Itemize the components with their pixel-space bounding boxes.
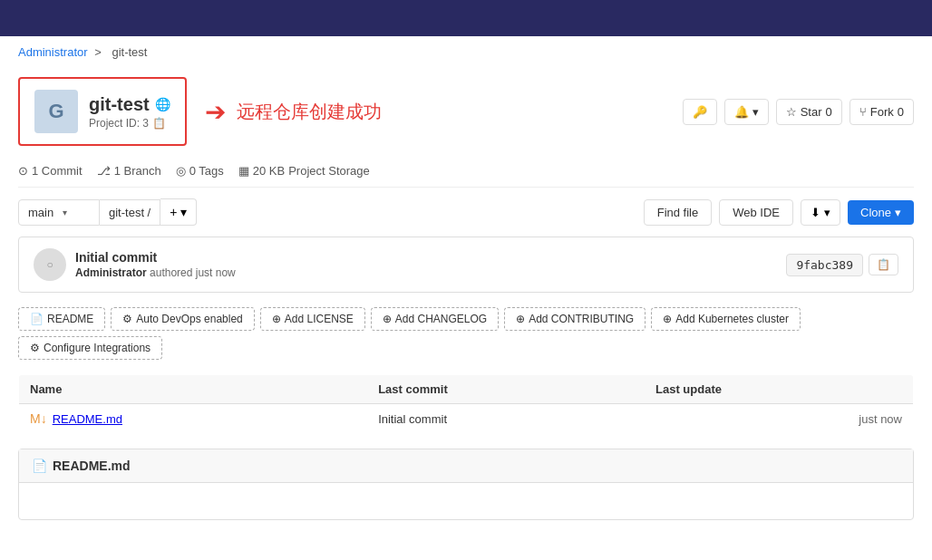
commit-info: ○ Initial commit Administrator authored … [34, 248, 236, 281]
project-id: Project ID: 3 📋 [89, 117, 170, 130]
branch-caret-icon: ▾ [63, 208, 67, 217]
avatar-placeholder: ○ [46, 258, 53, 271]
commits-count: 1 Commit [32, 164, 83, 178]
quick-actions: 📄README⚙Auto DevOps enabled⊕Add LICENSE⊕… [18, 307, 914, 360]
settings-icon: 🔑 [693, 105, 707, 119]
file-link[interactable]: README.md [53, 412, 122, 426]
fork-icon: ⑂ [859, 105, 867, 119]
qa-icon: ⊕ [383, 313, 392, 325]
breadcrumb-admin[interactable]: Administrator [18, 45, 88, 59]
quick-action-button[interactable]: 📄README [18, 307, 105, 331]
qa-icon: 📄 [30, 313, 44, 325]
storage-stat: ▦ 20 KB Project Storage [238, 164, 370, 178]
commit-author-avatar: ○ [34, 248, 66, 281]
bell-icon: 🔔 [734, 105, 749, 119]
bell-caret-icon: ▾ [752, 105, 759, 119]
tags-stat[interactable]: ◎ 0 Tags [176, 164, 224, 178]
readme-section: 📄 README.md [18, 449, 914, 520]
commit-details: Initial commit Administrator authored ju… [75, 250, 236, 279]
storage-icon: ▦ [238, 164, 249, 178]
download-icon: ⬇ [811, 206, 820, 219]
qa-icon: ⊕ [663, 313, 672, 325]
quick-action-button[interactable]: ⊕Add Kubernetes cluster [651, 307, 801, 331]
markdown-icon: M↓ [30, 411, 47, 426]
path-breadcrumb: git-test / [100, 199, 160, 226]
fork-label: Fork [870, 105, 894, 119]
commit-section: ○ Initial commit Administrator authored … [18, 237, 914, 293]
commit-message[interactable]: Initial commit [75, 250, 236, 265]
commit-hash-area: 9fabc389 📋 [786, 254, 898, 276]
files-table-body: M↓ README.md Initial commit just now [19, 404, 914, 434]
star-label: Star [801, 105, 822, 119]
file-last-commit-cell: Initial commit [367, 404, 645, 434]
toolbar: main ▾ git-test / + ▾ Find file Web IDE … [18, 198, 914, 226]
fork-count: 0 [898, 105, 904, 119]
commit-hash-badge[interactable]: 9fabc389 [786, 254, 863, 276]
commit-meta: Administrator authored just now [75, 266, 236, 279]
project-details: git-test 🌐 Project ID: 3 📋 [89, 94, 170, 130]
quick-action-button[interactable]: ⊕Add CHANGELOG [371, 307, 499, 331]
project-info-box: G git-test 🌐 Project ID: 3 📋 [18, 77, 187, 146]
clone-label: Clone [860, 206, 891, 219]
storage-size: 20 KB [253, 164, 285, 178]
qa-label: Add LICENSE [285, 313, 354, 325]
col-last-update: Last update [645, 375, 913, 404]
project-header: G git-test 🌐 Project ID: 3 📋 ➔ 远程仓库创建成功 … [18, 77, 914, 146]
breadcrumb-separator: > [94, 45, 102, 59]
files-table-header: Name Last commit Last update [19, 375, 914, 404]
branch-dropdown[interactable]: main ▾ [18, 199, 100, 226]
qa-icon: ⚙ [122, 313, 132, 325]
download-caret-icon: ▾ [824, 206, 830, 219]
readme-content [19, 483, 913, 519]
readme-header: 📄 README.md [19, 449, 913, 483]
qa-label: Auto DevOps enabled [136, 313, 242, 325]
branches-count: 1 Branch [114, 164, 161, 178]
branch-selector: main ▾ git-test / + ▾ [18, 198, 197, 226]
web-ide-button[interactable]: Web IDE [719, 199, 793, 226]
project-avatar: G [34, 90, 78, 133]
quick-action-button[interactable]: ⊕Add CONTRIBUTING [504, 307, 646, 331]
annotation-text: 远程仓库创建成功 [237, 100, 382, 124]
file-name-cell: M↓ README.md [19, 404, 368, 434]
qa-icon: ⊕ [272, 313, 281, 325]
fork-button[interactable]: ⑂ Fork 0 [849, 99, 914, 125]
qa-label: Add CONTRIBUTING [529, 313, 634, 325]
add-file-button[interactable]: + ▾ [160, 198, 197, 226]
breadcrumb: Administrator > git-test [0, 36, 932, 68]
copy-hash-button[interactable]: 📋 [869, 254, 898, 275]
star-icon: ☆ [786, 105, 797, 119]
globe-icon: 🌐 [155, 97, 170, 111]
clone-button[interactable]: Clone ▾ [848, 200, 914, 225]
qa-label: Add Kubernetes cluster [675, 313, 789, 325]
qa-label: Configure Integrations [44, 342, 150, 354]
project-name: git-test [89, 94, 150, 115]
files-table: Name Last commit Last update M↓ README.m… [18, 374, 914, 434]
tags-count: 0 Tags [189, 164, 224, 178]
arrow-icon: ➔ [205, 97, 226, 127]
notifications-button[interactable]: 🔔 ▾ [724, 99, 769, 125]
qa-icon: ⊕ [516, 313, 525, 325]
arrow-annotation: ➔ 远程仓库创建成功 [205, 97, 382, 127]
toolbar-right: Find file Web IDE ⬇ ▾ Clone ▾ [644, 199, 914, 226]
branches-stat[interactable]: ⎇ 1 Branch [97, 164, 161, 178]
header-actions: 🔑 🔔 ▾ ☆ Star 0 ⑂ Fork 0 [683, 99, 914, 125]
readme-title: README.md [53, 459, 131, 473]
quick-action-button[interactable]: ⚙Auto DevOps enabled [111, 307, 254, 331]
quick-action-button[interactable]: ⊕Add LICENSE [260, 307, 365, 331]
col-last-commit: Last commit [367, 375, 645, 404]
star-button[interactable]: ☆ Star 0 [776, 99, 842, 125]
star-count: 0 [826, 105, 832, 119]
settings-button[interactable]: 🔑 [683, 99, 717, 125]
file-last-update-cell: just now [645, 404, 913, 434]
commits-stat[interactable]: ⊙ 1 Commit [18, 164, 83, 178]
find-file-button[interactable]: Find file [644, 199, 713, 226]
branch-label: main [28, 206, 53, 219]
table-row: M↓ README.md Initial commit just now [19, 404, 914, 434]
download-button[interactable]: ⬇ ▾ [801, 199, 840, 226]
quick-action-button[interactable]: ⚙Configure Integrations [18, 336, 162, 360]
add-caret-icon: ▾ [180, 205, 187, 219]
branch-icon: ⎇ [97, 164, 111, 178]
copy-id-icon[interactable]: 📋 [152, 117, 166, 130]
breadcrumb-project: git-test [112, 45, 147, 59]
top-bar [0, 0, 932, 36]
